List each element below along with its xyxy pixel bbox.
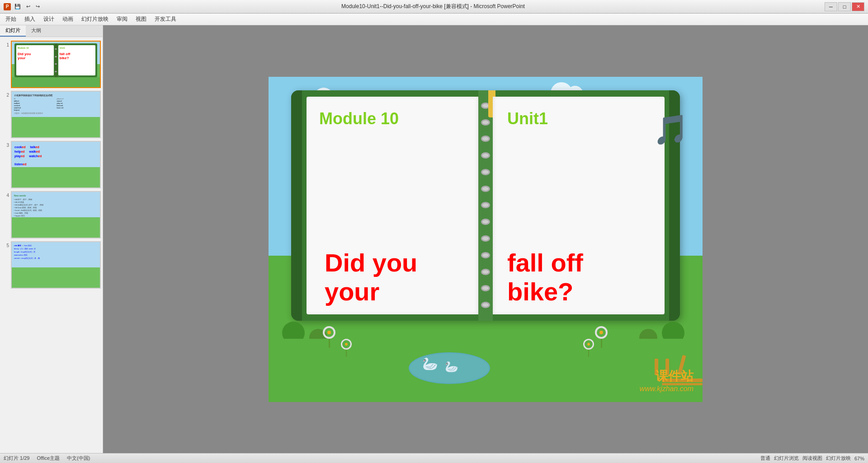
slide-preview-1[interactable]: Module 10 Did you your U: [11, 41, 101, 88]
flower-left-1: [323, 326, 335, 348]
slide-preview-5[interactable]: ride 骑车 ♦ then 然后 thirsty（口）渴的 water 水 b…: [11, 241, 101, 289]
slide-canvas-area: Module 10 Did you your: [103, 25, 868, 453]
spine-ring: [481, 219, 490, 225]
menu-slideshow[interactable]: 幻灯片放映: [78, 14, 112, 24]
main-slide[interactable]: Module 10 Did you your: [269, 77, 703, 402]
slide-preview-3[interactable]: cooked talked helped walked played watch…: [11, 141, 101, 188]
sidebar: 幻灯片 大纲 1 Module 10 Did you your: [0, 25, 103, 453]
slide-thumb-5[interactable]: 5 ride 骑车 ♦ then 然后 thirsty（口）渴的 water 水: [2, 241, 101, 289]
status-right: 普通 幻灯片浏览 阅读视图 幻灯片放映 67%: [760, 455, 864, 462]
musical-note-icon: 🎵: [653, 113, 689, 147]
slide-number-4: 4: [2, 191, 9, 239]
spine-ring: [481, 186, 490, 192]
zoom-level: 67%: [854, 456, 864, 461]
maximize-button[interactable]: □: [838, 2, 851, 11]
spine-ring: [481, 169, 490, 175]
window-controls: ─ □ ✕: [825, 2, 864, 11]
spine-ring: [481, 235, 490, 242]
swan-1: 🦢: [422, 356, 438, 371]
watermark-url: www.kjzhan.com: [640, 385, 693, 393]
menu-bar: 开始 插入 设计 动画 幻灯片放映 审阅 视图 开发工具: [0, 14, 868, 25]
save-quick-btn[interactable]: 💾: [13, 3, 23, 10]
slide-preview-2[interactable]: 小试身手快快说出下列动词的过去式吧 /t/ talked walked cook…: [11, 91, 101, 138]
spine-ring: [481, 152, 490, 159]
slide-number-3: 3: [2, 141, 9, 188]
window-title: Module10-Unit1--Did-you-fall-off-your-bi…: [42, 3, 825, 10]
slides-panel[interactable]: 1 Module 10 Did you your: [0, 37, 103, 453]
title-bar: P 💾 ↩ ↪ Module10-Unit1--Did-you-fall-off…: [0, 0, 868, 14]
flower-left-2: [341, 339, 352, 357]
outline-tab[interactable]: 大纲: [26, 25, 47, 37]
main-text-bike: bike?: [507, 276, 573, 307]
spine-ring: [481, 202, 490, 208]
module-label: Module 10: [319, 109, 399, 128]
menu-animation[interactable]: 动画: [59, 14, 77, 24]
slide-thumb-3[interactable]: 3 cooked talked helped walked played: [2, 141, 101, 188]
menu-design[interactable]: 设计: [40, 14, 58, 24]
menu-review[interactable]: 审阅: [113, 14, 131, 24]
menu-view[interactable]: 视图: [132, 14, 150, 24]
watermark: 课件站 www.kjzhan.com: [640, 368, 693, 393]
undo-quick-btn[interactable]: ↩: [24, 3, 32, 10]
status-bar: 幻灯片 1/29 Office主题 中文(中国) 普通 幻灯片浏览 阅读视图 幻…: [0, 453, 868, 463]
close-button[interactable]: ✕: [852, 2, 864, 11]
spine-ring: [481, 252, 490, 258]
flower-right-1: [595, 326, 608, 348]
notebook-spine: [478, 90, 493, 321]
quick-access-toolbar: 💾 ↩ ↪: [13, 3, 42, 10]
view-present-btn[interactable]: 幻灯片放映: [826, 455, 851, 462]
spine-ring: [481, 269, 490, 275]
main-text-did-you: Did you: [325, 248, 417, 278]
menu-developer[interactable]: 开发工具: [151, 14, 180, 24]
menu-start[interactable]: 开始: [2, 14, 20, 24]
flower-right-2: [583, 339, 594, 357]
watermark-chinese: 课件站: [640, 368, 693, 385]
notebook: Module 10 Did you your: [291, 90, 680, 321]
theme-status: Office主题: [37, 455, 60, 462]
main-text-fall-off: fall off: [507, 248, 583, 278]
sidebar-tabs: 幻灯片 大纲: [0, 25, 103, 37]
swan-2: 🦢: [445, 360, 458, 373]
slide-thumb-4[interactable]: 4 New words • fall 掉下，跌下，摔倒 • fall off 跌…: [2, 191, 101, 239]
spine-ring: [481, 302, 490, 308]
title-bar-left: P 💾 ↩ ↪: [4, 3, 42, 10]
notebook-page-right: Unit1 fall off bike?: [493, 97, 665, 314]
main-area: 幻灯片 大纲 1 Module 10 Did you your: [0, 25, 868, 453]
slide-count-status: 幻灯片 1/29: [4, 455, 29, 462]
language-status: 中文(中国): [67, 455, 90, 462]
view-slidesorter-btn[interactable]: 幻灯片浏览: [774, 455, 799, 462]
status-left: 幻灯片 1/29 Office主题 中文(中国): [4, 455, 90, 462]
powerpoint-icon: P: [4, 3, 11, 10]
view-normal-btn[interactable]: 普通: [760, 455, 770, 462]
slide-preview-4[interactable]: New words • fall 掉下，跌下，摔倒 • fall off 跌落 …: [11, 191, 101, 239]
slide-number-2: 2: [2, 91, 9, 138]
spine-ring: [481, 136, 490, 142]
slide-thumb-1[interactable]: 1 Module 10 Did you your: [2, 41, 101, 88]
spine-ring: [481, 285, 490, 291]
slide-number-5: 5: [2, 241, 9, 289]
slide-thumb-2[interactable]: 2 小试身手快快说出下列动词的过去式吧 /t/ talked walked co…: [2, 91, 101, 138]
view-reading-btn[interactable]: 阅读视图: [802, 455, 822, 462]
slide-number-1: 1: [2, 41, 9, 88]
slides-tab[interactable]: 幻灯片: [0, 25, 26, 37]
spine-ring: [481, 119, 490, 126]
minimize-button[interactable]: ─: [825, 2, 837, 11]
unit-label: Unit1: [507, 109, 548, 128]
redo-quick-btn[interactable]: ↪: [34, 3, 42, 10]
notebook-cover-left: [291, 90, 302, 321]
main-text-your: your: [325, 276, 379, 307]
menu-insert[interactable]: 插入: [21, 14, 39, 24]
notebook-page-left: Module 10 Did you your: [307, 97, 478, 314]
